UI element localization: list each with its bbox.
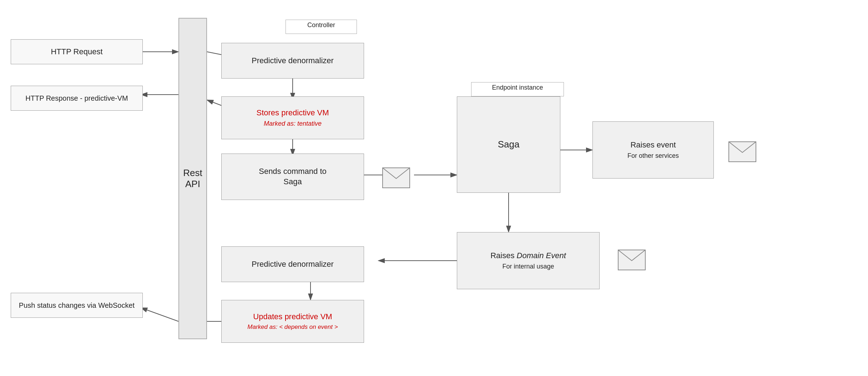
stores-predictive-box: Stores predictive VM Marked as: tentativ… — [221, 96, 364, 139]
raises-domain-sub: For internal usage — [502, 262, 554, 271]
endpoint-label: Endpoint instance — [471, 82, 564, 96]
sends-command-box: Sends command to Saga — [221, 154, 364, 200]
http-response-box: HTTP Response - predictive-VM — [11, 86, 143, 111]
updates-predictive-box: Updates predictive VM Marked as: < depen… — [221, 300, 364, 343]
raises-event-sub: For other services — [627, 152, 679, 160]
architecture-diagram: HTTP Request HTTP Response - predictive-… — [0, 0, 868, 376]
predictive-denorm-bottom-box: Predictive denormalizer — [221, 246, 364, 282]
updates-predictive-title: Updates predictive VM — [253, 312, 332, 322]
raises-event-title: Raises event — [630, 140, 676, 150]
stores-predictive-title: Stores predictive VM — [257, 108, 329, 118]
http-request-box: HTTP Request — [11, 39, 143, 64]
raises-domain-title: Raises Domain Event — [490, 251, 566, 261]
envelope-domain-event — [617, 249, 646, 271]
rest-api-box: Rest API — [178, 18, 207, 339]
updates-predictive-sub: Marked as: < depends on event > — [247, 323, 338, 331]
predictive-denorm-top-box: Predictive denormalizer — [221, 43, 364, 79]
saga-box: Saga — [457, 96, 560, 193]
envelope-raises-event — [728, 141, 757, 162]
svg-line-14 — [141, 308, 178, 321]
raises-domain-event-box: Raises Domain Event For internal usage — [457, 232, 600, 289]
stores-predictive-sub: Marked as: tentative — [264, 120, 322, 128]
controller-label: Controller — [286, 20, 357, 34]
raises-event-box: Raises event For other services — [592, 121, 714, 179]
push-status-box: Push status changes via WebSocket — [11, 293, 143, 318]
envelope-sends-command — [382, 167, 410, 189]
